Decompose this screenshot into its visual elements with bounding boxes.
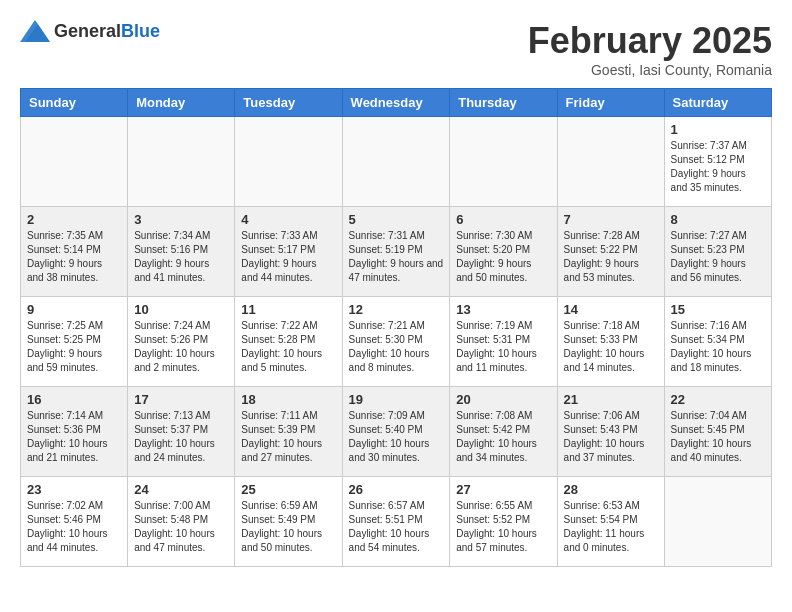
day-number: 24 <box>134 482 228 497</box>
calendar-day-cell: 19Sunrise: 7:09 AM Sunset: 5:40 PM Dayli… <box>342 387 450 477</box>
day-number: 26 <box>349 482 444 497</box>
calendar-day-cell: 7Sunrise: 7:28 AM Sunset: 5:22 PM Daylig… <box>557 207 664 297</box>
day-info: Sunrise: 7:37 AM Sunset: 5:12 PM Dayligh… <box>671 139 765 195</box>
day-info: Sunrise: 7:13 AM Sunset: 5:37 PM Dayligh… <box>134 409 228 465</box>
calendar-day-cell: 18Sunrise: 7:11 AM Sunset: 5:39 PM Dayli… <box>235 387 342 477</box>
day-number: 11 <box>241 302 335 317</box>
day-info: Sunrise: 7:09 AM Sunset: 5:40 PM Dayligh… <box>349 409 444 465</box>
weekday-header-row: SundayMondayTuesdayWednesdayThursdayFrid… <box>21 89 772 117</box>
day-info: Sunrise: 7:21 AM Sunset: 5:30 PM Dayligh… <box>349 319 444 375</box>
day-number: 1 <box>671 122 765 137</box>
calendar-week-row: 2Sunrise: 7:35 AM Sunset: 5:14 PM Daylig… <box>21 207 772 297</box>
day-info: Sunrise: 7:11 AM Sunset: 5:39 PM Dayligh… <box>241 409 335 465</box>
weekday-header-friday: Friday <box>557 89 664 117</box>
calendar-day-cell <box>557 117 664 207</box>
day-number: 10 <box>134 302 228 317</box>
calendar-day-cell: 28Sunrise: 6:53 AM Sunset: 5:54 PM Dayli… <box>557 477 664 567</box>
logo-icon <box>20 20 50 42</box>
day-info: Sunrise: 6:57 AM Sunset: 5:51 PM Dayligh… <box>349 499 444 555</box>
day-info: Sunrise: 6:53 AM Sunset: 5:54 PM Dayligh… <box>564 499 658 555</box>
calendar-week-row: 23Sunrise: 7:02 AM Sunset: 5:46 PM Dayli… <box>21 477 772 567</box>
day-info: Sunrise: 7:34 AM Sunset: 5:16 PM Dayligh… <box>134 229 228 285</box>
calendar-table: SundayMondayTuesdayWednesdayThursdayFrid… <box>20 88 772 567</box>
page-header: GeneralBlue February 2025 Goesti, Iasi C… <box>20 20 772 78</box>
day-info: Sunrise: 7:16 AM Sunset: 5:34 PM Dayligh… <box>671 319 765 375</box>
calendar-day-cell: 11Sunrise: 7:22 AM Sunset: 5:28 PM Dayli… <box>235 297 342 387</box>
calendar-day-cell: 27Sunrise: 6:55 AM Sunset: 5:52 PM Dayli… <box>450 477 557 567</box>
calendar-day-cell <box>235 117 342 207</box>
logo-text: GeneralBlue <box>54 21 160 42</box>
calendar-day-cell <box>21 117 128 207</box>
month-title: February 2025 <box>528 20 772 62</box>
calendar-day-cell: 14Sunrise: 7:18 AM Sunset: 5:33 PM Dayli… <box>557 297 664 387</box>
day-number: 8 <box>671 212 765 227</box>
calendar-day-cell: 5Sunrise: 7:31 AM Sunset: 5:19 PM Daylig… <box>342 207 450 297</box>
logo-blue: Blue <box>121 21 160 41</box>
day-info: Sunrise: 7:06 AM Sunset: 5:43 PM Dayligh… <box>564 409 658 465</box>
day-number: 20 <box>456 392 550 407</box>
day-number: 17 <box>134 392 228 407</box>
calendar-day-cell: 2Sunrise: 7:35 AM Sunset: 5:14 PM Daylig… <box>21 207 128 297</box>
day-number: 28 <box>564 482 658 497</box>
day-number: 5 <box>349 212 444 227</box>
calendar-day-cell <box>128 117 235 207</box>
day-number: 3 <box>134 212 228 227</box>
calendar-day-cell: 8Sunrise: 7:27 AM Sunset: 5:23 PM Daylig… <box>664 207 771 297</box>
calendar-week-row: 16Sunrise: 7:14 AM Sunset: 5:36 PM Dayli… <box>21 387 772 477</box>
day-number: 18 <box>241 392 335 407</box>
calendar-day-cell: 6Sunrise: 7:30 AM Sunset: 5:20 PM Daylig… <box>450 207 557 297</box>
day-info: Sunrise: 7:24 AM Sunset: 5:26 PM Dayligh… <box>134 319 228 375</box>
calendar-day-cell: 13Sunrise: 7:19 AM Sunset: 5:31 PM Dayli… <box>450 297 557 387</box>
weekday-header-monday: Monday <box>128 89 235 117</box>
calendar-day-cell: 17Sunrise: 7:13 AM Sunset: 5:37 PM Dayli… <box>128 387 235 477</box>
day-info: Sunrise: 7:30 AM Sunset: 5:20 PM Dayligh… <box>456 229 550 285</box>
calendar-day-cell: 21Sunrise: 7:06 AM Sunset: 5:43 PM Dayli… <box>557 387 664 477</box>
day-number: 13 <box>456 302 550 317</box>
calendar-day-cell: 25Sunrise: 6:59 AM Sunset: 5:49 PM Dayli… <box>235 477 342 567</box>
calendar-day-cell: 10Sunrise: 7:24 AM Sunset: 5:26 PM Dayli… <box>128 297 235 387</box>
day-number: 2 <box>27 212 121 227</box>
day-info: Sunrise: 7:27 AM Sunset: 5:23 PM Dayligh… <box>671 229 765 285</box>
calendar-day-cell: 22Sunrise: 7:04 AM Sunset: 5:45 PM Dayli… <box>664 387 771 477</box>
day-number: 21 <box>564 392 658 407</box>
day-info: Sunrise: 7:28 AM Sunset: 5:22 PM Dayligh… <box>564 229 658 285</box>
day-info: Sunrise: 7:14 AM Sunset: 5:36 PM Dayligh… <box>27 409 121 465</box>
calendar-day-cell: 16Sunrise: 7:14 AM Sunset: 5:36 PM Dayli… <box>21 387 128 477</box>
day-number: 14 <box>564 302 658 317</box>
day-info: Sunrise: 7:31 AM Sunset: 5:19 PM Dayligh… <box>349 229 444 285</box>
calendar-day-cell: 1Sunrise: 7:37 AM Sunset: 5:12 PM Daylig… <box>664 117 771 207</box>
day-number: 15 <box>671 302 765 317</box>
day-number: 6 <box>456 212 550 227</box>
weekday-header-saturday: Saturday <box>664 89 771 117</box>
day-info: Sunrise: 6:59 AM Sunset: 5:49 PM Dayligh… <box>241 499 335 555</box>
day-info: Sunrise: 7:00 AM Sunset: 5:48 PM Dayligh… <box>134 499 228 555</box>
calendar-day-cell: 15Sunrise: 7:16 AM Sunset: 5:34 PM Dayli… <box>664 297 771 387</box>
calendar-day-cell <box>450 117 557 207</box>
day-info: Sunrise: 7:35 AM Sunset: 5:14 PM Dayligh… <box>27 229 121 285</box>
calendar-week-row: 9Sunrise: 7:25 AM Sunset: 5:25 PM Daylig… <box>21 297 772 387</box>
day-info: Sunrise: 7:33 AM Sunset: 5:17 PM Dayligh… <box>241 229 335 285</box>
weekday-header-tuesday: Tuesday <box>235 89 342 117</box>
calendar-day-cell: 23Sunrise: 7:02 AM Sunset: 5:46 PM Dayli… <box>21 477 128 567</box>
calendar-day-cell: 24Sunrise: 7:00 AM Sunset: 5:48 PM Dayli… <box>128 477 235 567</box>
day-number: 23 <box>27 482 121 497</box>
day-info: Sunrise: 7:04 AM Sunset: 5:45 PM Dayligh… <box>671 409 765 465</box>
day-info: Sunrise: 7:19 AM Sunset: 5:31 PM Dayligh… <box>456 319 550 375</box>
day-number: 25 <box>241 482 335 497</box>
day-number: 16 <box>27 392 121 407</box>
day-info: Sunrise: 7:02 AM Sunset: 5:46 PM Dayligh… <box>27 499 121 555</box>
day-number: 22 <box>671 392 765 407</box>
day-number: 9 <box>27 302 121 317</box>
logo: GeneralBlue <box>20 20 160 42</box>
day-number: 27 <box>456 482 550 497</box>
calendar-day-cell: 12Sunrise: 7:21 AM Sunset: 5:30 PM Dayli… <box>342 297 450 387</box>
logo-general: General <box>54 21 121 41</box>
day-info: Sunrise: 7:22 AM Sunset: 5:28 PM Dayligh… <box>241 319 335 375</box>
calendar-week-row: 1Sunrise: 7:37 AM Sunset: 5:12 PM Daylig… <box>21 117 772 207</box>
calendar-day-cell: 20Sunrise: 7:08 AM Sunset: 5:42 PM Dayli… <box>450 387 557 477</box>
calendar-day-cell: 26Sunrise: 6:57 AM Sunset: 5:51 PM Dayli… <box>342 477 450 567</box>
calendar-day-cell: 3Sunrise: 7:34 AM Sunset: 5:16 PM Daylig… <box>128 207 235 297</box>
weekday-header-thursday: Thursday <box>450 89 557 117</box>
calendar-day-cell <box>664 477 771 567</box>
location: Goesti, Iasi County, Romania <box>528 62 772 78</box>
